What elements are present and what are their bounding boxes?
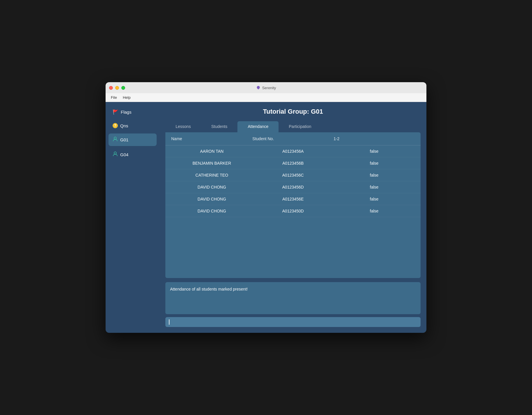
tab-participation[interactable]: Participation: [279, 121, 321, 132]
tab-lessons[interactable]: Lessons: [165, 121, 201, 132]
cell-name-2: CATHERINE TEO: [171, 173, 252, 177]
cell-student-no-4: A0123456E: [252, 197, 333, 201]
cell-lesson-3: false: [334, 185, 415, 189]
table-row[interactable]: DAVID CHONGA0123456Efalse: [165, 193, 421, 205]
page-title: Tutorial Group: G01: [165, 108, 421, 115]
sidebar-item-flags-label: Flags: [121, 110, 132, 115]
sidebar: 🚩 Flags ? Qns G01: [106, 102, 160, 333]
sidebar-item-g04-label: G04: [120, 152, 128, 157]
cell-lesson-4: false: [334, 197, 415, 201]
status-message: Attendance of all students marked presen…: [170, 287, 248, 291]
table-header: Name Student No. 1-2: [165, 132, 421, 145]
app-body: 🚩 Flags ? Qns G01: [106, 102, 426, 333]
sidebar-item-flags[interactable]: 🚩 Flags: [108, 106, 157, 118]
person-icon-g01: [113, 136, 118, 143]
tab-students[interactable]: Students: [201, 121, 237, 132]
svg-point-0: [114, 137, 116, 139]
table-row[interactable]: BENJAMIN BARKERA0123456Bfalse: [165, 157, 421, 169]
flag-icon: 🚩: [113, 109, 118, 115]
maximize-button[interactable]: [121, 86, 125, 90]
command-input[interactable]: [169, 320, 417, 324]
table-row[interactable]: DAVID CHONGA0123456Dfalse: [165, 181, 421, 193]
cell-name-1: BENJAMIN BARKER: [171, 161, 252, 166]
question-icon: ?: [113, 123, 118, 128]
person-icon-g04: [113, 151, 118, 158]
main-content: Tutorial Group: G01 Lessons Students Att…: [160, 102, 426, 333]
cell-student-no-1: A0123456B: [252, 161, 333, 166]
window-title: Serenity: [256, 85, 276, 90]
table-row[interactable]: DAVID CHONGA0123450Dfalse: [165, 205, 421, 217]
menu-file[interactable]: File: [108, 95, 120, 100]
table-row[interactable]: CATHERINE TEOA0123456Cfalse: [165, 169, 421, 181]
header-name: Name: [171, 136, 252, 141]
title-bar: Serenity: [106, 82, 426, 93]
cell-name-4: DAVID CHONG: [171, 197, 252, 201]
sidebar-item-g01[interactable]: G01: [108, 133, 157, 146]
cell-student-no-5: A0123450D: [252, 209, 333, 213]
status-panel: Attendance of all students marked presen…: [165, 282, 421, 314]
cell-student-no-2: A0123456C: [252, 173, 333, 177]
table-body: AARON TANA0123456AfalseBENJAMIN BARKERA0…: [165, 145, 421, 278]
menu-help[interactable]: Help: [120, 95, 134, 100]
cell-name-3: DAVID CHONG: [171, 185, 252, 189]
main-window: Serenity File Help 🚩 Flags ? Qns: [106, 82, 426, 333]
traffic-lights: [109, 86, 125, 90]
command-input-container[interactable]: [165, 317, 421, 327]
sidebar-item-qns-label: Qns: [120, 123, 128, 128]
minimize-button[interactable]: [115, 86, 119, 90]
sidebar-item-g04[interactable]: G04: [108, 148, 157, 161]
table-row[interactable]: AARON TANA0123456Afalse: [165, 145, 421, 157]
sidebar-item-g01-label: G01: [120, 137, 128, 142]
svg-point-1: [114, 152, 116, 154]
close-button[interactable]: [109, 86, 113, 90]
tabs: Lessons Students Attendance Participatio…: [165, 121, 421, 132]
menu-bar: File Help: [106, 93, 426, 102]
cell-student-no-0: A0123456A: [252, 149, 333, 154]
header-lesson: 1-2: [334, 136, 415, 141]
cell-name-5: DAVID CHONG: [171, 209, 252, 213]
cell-lesson-1: false: [334, 161, 415, 166]
cell-lesson-2: false: [334, 173, 415, 177]
sidebar-item-qns[interactable]: ? Qns: [108, 120, 157, 131]
app-icon: [256, 85, 261, 90]
cell-lesson-5: false: [334, 209, 415, 213]
cell-student-no-3: A0123456D: [252, 185, 333, 189]
header-student-no: Student No.: [252, 136, 333, 141]
cell-name-0: AARON TAN: [171, 149, 252, 154]
tab-attendance[interactable]: Attendance: [237, 121, 279, 132]
attendance-table: Name Student No. 1-2 AARON TANA0123456Af…: [165, 132, 421, 278]
cell-lesson-0: false: [334, 149, 415, 154]
